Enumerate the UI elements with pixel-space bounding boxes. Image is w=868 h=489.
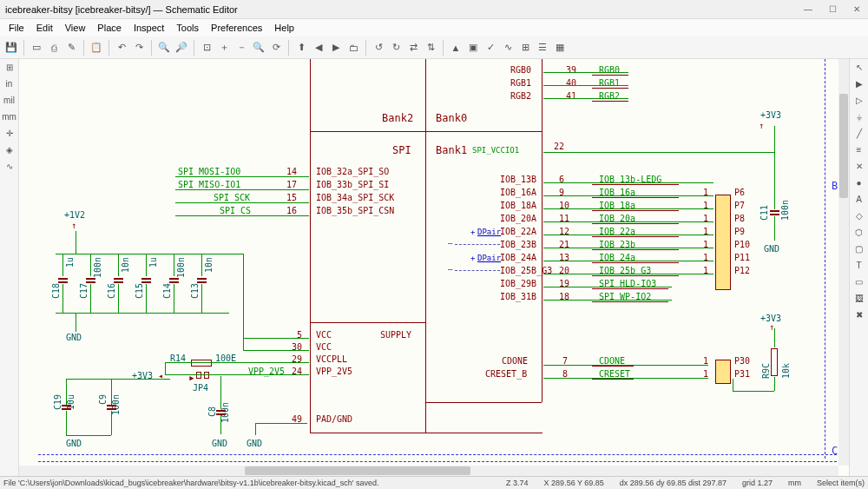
bus-tool-icon[interactable]: ≡	[857, 145, 862, 155]
menu-tools[interactable]: Tools	[171, 21, 204, 35]
overline	[592, 275, 679, 276]
units-mil[interactable]: mil	[3, 96, 15, 105]
nav-up-icon[interactable]: ⬆	[293, 40, 309, 56]
scrollbar-h[interactable]	[19, 466, 838, 476]
overline	[592, 301, 668, 302]
assign-fp-icon[interactable]: ⊞	[517, 40, 533, 56]
overline	[592, 88, 628, 89]
wire	[146, 284, 147, 313]
rotate-ccw-icon[interactable]: ↺	[371, 40, 386, 56]
net: SPI_MISO-IO1	[178, 181, 240, 189]
label-icon[interactable]: A	[856, 195, 862, 204]
menu-view[interactable]: View	[60, 21, 91, 35]
lines-icon[interactable]: ∿	[6, 162, 13, 171]
print-icon[interactable]: ⎙	[46, 40, 62, 56]
wire	[174, 254, 174, 276]
zoom-tool-icon[interactable]: 🔍	[251, 40, 266, 56]
cap-ref: C15	[135, 283, 144, 299]
rect-tool-icon[interactable]: ▭	[855, 277, 863, 287]
hier-label-icon[interactable]: ▢	[855, 244, 863, 254]
noconnect-icon[interactable]: ✕	[856, 162, 863, 171]
side-border	[825, 59, 825, 459]
grid-toggle-icon[interactable]: ⊞	[6, 63, 13, 72]
schematic-canvas[interactable]: Bank2 Bank0 SPI Bank1 SPI_VCCIO1 SUPPLY …	[19, 59, 849, 476]
rgb0-net: RGB0	[599, 66, 620, 75]
select-tool-icon[interactable]: ↖	[856, 63, 863, 72]
zoom-in-icon[interactable]: ＋	[216, 40, 232, 56]
spi-vccio1-net: SPI_VCCIO1	[472, 147, 519, 155]
erc-icon[interactable]: ✓	[483, 40, 498, 56]
mirror-v-icon[interactable]: ⇅	[423, 40, 438, 56]
pcb-icon[interactable]: ▦	[552, 40, 568, 56]
rgb1-pin: 40	[566, 79, 576, 88]
footprint-icon[interactable]: ▣	[465, 40, 481, 56]
text-icon[interactable]: T	[856, 261, 861, 270]
junction-icon[interactable]: ●	[856, 178, 861, 188]
wire	[543, 98, 628, 99]
wire	[543, 152, 774, 153]
gnd-bl: GND	[66, 439, 82, 448]
units-in[interactable]: in	[6, 79, 13, 89]
redo-icon[interactable]: ↷	[131, 40, 147, 56]
nav-back-icon[interactable]: ◀	[311, 40, 326, 56]
b1-port: IOB_24A	[500, 254, 536, 262]
save-icon[interactable]: 💾	[3, 40, 19, 56]
menu-place[interactable]: Place	[92, 21, 127, 35]
net-label-icon[interactable]: ◇	[856, 211, 863, 221]
zoom-fit-icon[interactable]: ⊡	[199, 40, 214, 56]
paste-icon[interactable]: 📋	[89, 40, 104, 56]
nav-fwd-icon[interactable]: ▶	[328, 40, 344, 56]
left-toolbar: ⊞ in mil mm ✛ ◈ ∿	[0, 59, 19, 476]
add-symbol-icon[interactable]: ▷	[856, 96, 863, 105]
highlight-icon[interactable]: ▶	[856, 79, 863, 89]
padgnd: PAD/GND	[316, 415, 352, 424]
cursor-icon[interactable]: ✛	[6, 129, 13, 138]
net: SPI_MOSI-IO0	[178, 168, 240, 176]
dpair2: +	[470, 254, 475, 262]
find-icon[interactable]: 🔍	[156, 40, 172, 56]
hierarchy-icon[interactable]: 🗀	[345, 40, 361, 56]
r9cv: 10k	[782, 363, 791, 379]
add-power-icon[interactable]: ⏚	[857, 112, 862, 122]
side-c: C	[832, 446, 838, 456]
menu-preferences[interactable]: Preferences	[206, 21, 267, 35]
image-icon[interactable]: 🖼	[855, 294, 864, 303]
conn-pin1: 1	[703, 188, 708, 197]
conn-label: P12	[734, 267, 750, 275]
page-settings-icon[interactable]: ▭	[29, 40, 44, 56]
p31: P31	[734, 370, 750, 379]
plot-icon[interactable]: ✎	[63, 40, 79, 56]
menu-file[interactable]: File	[3, 21, 30, 35]
hidden-pins-icon[interactable]: ◈	[6, 145, 13, 155]
rotate-cw-icon[interactable]: ↻	[388, 40, 404, 56]
wire-tool-icon[interactable]: ╱	[857, 129, 862, 138]
mirror-h-icon[interactable]: ⇄	[405, 40, 421, 56]
dpair1: +	[470, 228, 475, 236]
minimize-button[interactable]: —	[802, 4, 814, 14]
replace-icon[interactable]: 🔎	[174, 40, 189, 56]
close-button[interactable]: ✕	[851, 4, 863, 14]
wire	[165, 362, 166, 374]
zoom-out-icon[interactable]: －	[233, 40, 249, 56]
maximize-button[interactable]: ☐	[826, 4, 838, 14]
global-label-icon[interactable]: ⬡	[855, 228, 863, 237]
bom-icon[interactable]: ☰	[535, 40, 550, 56]
port: IOB_34a_SPI_SCK	[316, 194, 394, 202]
symbol-hline1	[310, 131, 542, 132]
supply-label: SUPPLY	[380, 331, 411, 340]
rgb0-pin: 39	[566, 66, 576, 75]
units-mm[interactable]: mm	[2, 112, 16, 122]
b1-port: IOB_23B	[500, 241, 536, 249]
b1-port: IOB_13B	[500, 175, 536, 184]
delete-icon[interactable]: ✖	[856, 310, 863, 320]
wire	[733, 391, 774, 392]
menu-inspect[interactable]: Inspect	[128, 21, 169, 35]
menu-edit[interactable]: Edit	[31, 21, 58, 35]
undo-icon[interactable]: ↶	[114, 40, 129, 56]
symbol-editor-icon[interactable]: ▲	[448, 40, 464, 56]
simulator-icon[interactable]: ∿	[500, 40, 516, 56]
zoom-redraw-icon[interactable]: ⟳	[268, 40, 284, 56]
menu-help[interactable]: Help	[269, 21, 299, 35]
wire	[66, 379, 67, 405]
scrollbar-v[interactable]	[838, 59, 849, 466]
